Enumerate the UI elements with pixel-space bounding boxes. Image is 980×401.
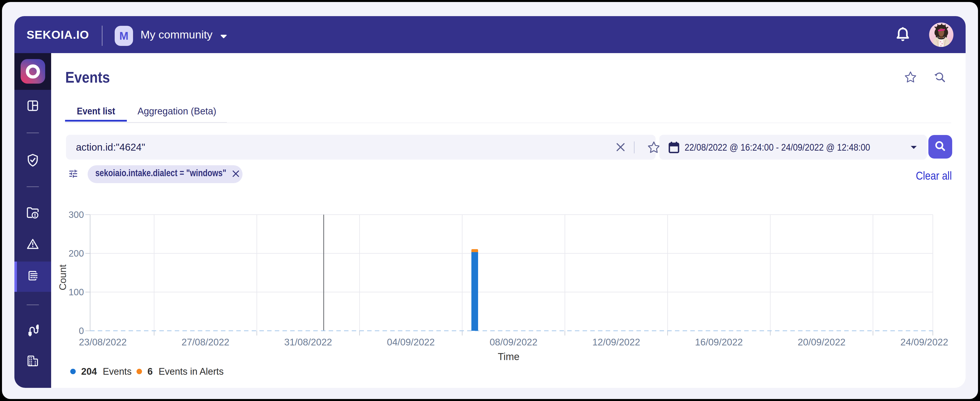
svg-text:12/09/2022: 12/09/2022	[592, 337, 640, 347]
svg-text:27/08/2022: 27/08/2022	[181, 337, 229, 347]
svg-text:23/08/2022: 23/08/2022	[79, 337, 127, 347]
svg-text:04/09/2022: 04/09/2022	[387, 337, 435, 347]
svg-text:Time: Time	[498, 351, 519, 362]
svg-text:0: 0	[79, 326, 84, 336]
svg-text:16/09/2022: 16/09/2022	[695, 337, 743, 347]
svg-text:204: 204	[81, 366, 97, 377]
svg-text:20/09/2022: 20/09/2022	[798, 337, 846, 347]
svg-text:6: 6	[148, 366, 153, 377]
svg-text:Events: Events	[103, 366, 132, 377]
svg-text:08/09/2022: 08/09/2022	[490, 337, 538, 347]
svg-text:Events in Alerts: Events in Alerts	[159, 366, 224, 377]
svg-text:100: 100	[68, 287, 84, 297]
svg-text:300: 300	[68, 210, 84, 220]
svg-text:24/09/2022: 24/09/2022	[900, 337, 948, 347]
svg-text:31/08/2022: 31/08/2022	[284, 337, 332, 347]
svg-text:Count: Count	[57, 264, 68, 290]
svg-text:200: 200	[68, 248, 84, 259]
